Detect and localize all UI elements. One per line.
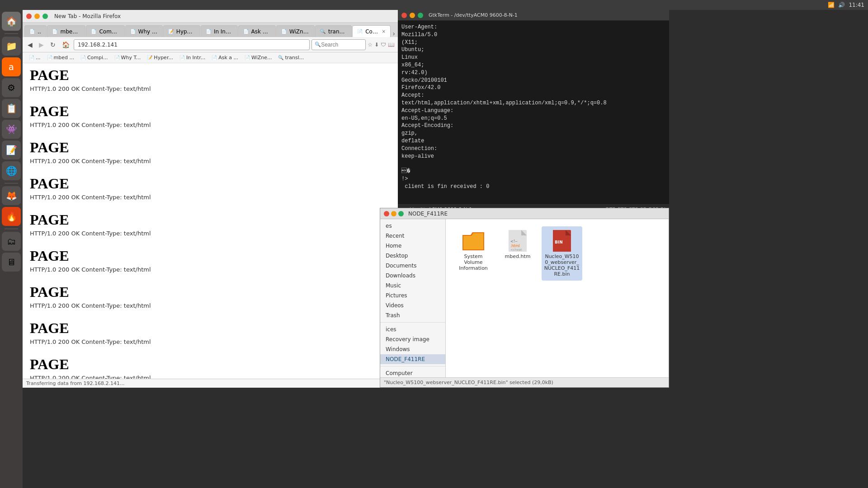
download-icon[interactable]: ⬇ bbox=[374, 42, 379, 48]
bookmark-hyper[interactable]: 📝Hyper... bbox=[144, 54, 176, 61]
fm-sidebar-windows[interactable]: Windows bbox=[380, 344, 445, 354]
sidebar-icon-terminal[interactable]: 🖥 bbox=[2, 253, 21, 272]
gtkterm-titlebar: GtkTerm - /dev/ttyACM0 9600-8-N-1 bbox=[398, 10, 669, 21]
bookmark-intr[interactable]: 📄In Intr... bbox=[177, 54, 208, 61]
fm-sidebar-downloads[interactable]: Downloads bbox=[380, 271, 445, 281]
fm-sidebar-music[interactable]: Music bbox=[380, 281, 445, 291]
page-heading-4: PAGE bbox=[30, 175, 402, 192]
page-heading-8: PAGE bbox=[30, 320, 402, 337]
shield-icon[interactable]: 🛡 bbox=[381, 42, 386, 48]
search-input[interactable] bbox=[321, 42, 357, 48]
tab-why-favicon: 📄 bbox=[130, 29, 136, 34]
page-entry-1: PAGE HTTP/1.0 200 OK Content-Type: text/… bbox=[30, 67, 402, 92]
search-bar[interactable]: 🔍 bbox=[311, 39, 366, 50]
tab-hyper[interactable]: 📝Hyper... bbox=[163, 25, 200, 37]
sidebar-icon-home[interactable]: 🏠 bbox=[2, 12, 21, 31]
fm-sidebar-videos[interactable]: Videos bbox=[380, 300, 445, 310]
firefox-navbar: ◀ ▶ ↻ 🏠 192.168.2.141 🔍 ☆ ⬇ 🛡 📖 ☰ bbox=[23, 37, 409, 52]
fm-sidebar-pictures[interactable]: Pictures bbox=[380, 291, 445, 300]
reader-view-icon[interactable]: 📖 bbox=[388, 42, 395, 48]
firefox-min-btn[interactable] bbox=[34, 14, 40, 19]
fm-sidebar-node[interactable]: NODE_F411RE bbox=[380, 354, 445, 364]
fm-file-sysvolinfo[interactable]: System Volume Information bbox=[453, 226, 494, 281]
firefox-bookmarks-bar: 📄... 📄mbed ... 📄Compi... 📄Why T... 📝Hype… bbox=[23, 52, 409, 63]
fm-min-btn[interactable] bbox=[391, 211, 396, 216]
tab-mbed[interactable]: 📄mbed ... bbox=[47, 25, 85, 37]
page-response-8: HTTP/1.0 200 OK Content-Type: text/html bbox=[30, 338, 402, 345]
back-button[interactable]: ◀ bbox=[25, 40, 35, 50]
page-entry-8: PAGE HTTP/1.0 200 OK Content-Type: text/… bbox=[30, 320, 402, 345]
bookmark-why-label: Why T... bbox=[121, 55, 141, 61]
bookmark-0[interactable]: 📄... bbox=[26, 54, 43, 61]
gtkterm-max-btn[interactable] bbox=[418, 13, 423, 18]
gtkterm-min-btn[interactable] bbox=[410, 13, 415, 18]
firefox-close-btn[interactable] bbox=[26, 14, 32, 19]
sidebar-icon-nautilus[interactable]: 🗂 bbox=[2, 232, 21, 251]
reload-button[interactable]: ↻ bbox=[48, 40, 58, 50]
tab-hyper-label: Hyper... bbox=[176, 28, 195, 35]
tab-intr[interactable]: 📄In Intr... bbox=[201, 25, 238, 37]
page-response-9: HTTP/1.0 200 OK Content-Type: text/html bbox=[30, 375, 402, 379]
sidebar-icon-firefox2[interactable]: 🔥 bbox=[2, 207, 21, 226]
fm-close-btn[interactable] bbox=[384, 211, 389, 216]
tab-compi[interactable]: 📄Compi... bbox=[86, 25, 124, 37]
sidebar-icon-game[interactable]: 👾 bbox=[2, 120, 21, 139]
fm-file-nucleo[interactable]: BIN Nucleo_W5100_webserver_NUCLEO_F411RE… bbox=[542, 226, 582, 281]
tab-why[interactable]: 📄Why T... bbox=[125, 25, 163, 37]
tab-transl[interactable]: 🔍transl... bbox=[315, 25, 352, 37]
tab-mbed-favicon: 📄 bbox=[52, 29, 57, 34]
sidebar-icon-notes[interactable]: 📋 bbox=[2, 99, 21, 118]
bookmark-compi-icon: 📄 bbox=[80, 55, 86, 60]
fm-sidebar-computer[interactable]: Computer bbox=[380, 368, 445, 377]
bookmark-wizne[interactable]: 📄WiZne... bbox=[242, 54, 274, 61]
bookmark-compi[interactable]: 📄Compi... bbox=[78, 54, 111, 61]
firefox-max-btn[interactable] bbox=[42, 14, 48, 19]
fm-sidebar-recovery[interactable]: Recovery image bbox=[380, 334, 445, 344]
bookmark-wizne-label: WiZne... bbox=[251, 55, 272, 61]
tab-ask[interactable]: 📄Ask a ... bbox=[238, 25, 276, 37]
bookmark-star-icon[interactable]: ☆ bbox=[368, 42, 373, 48]
firefox-title: New Tab - Mozilla Firefox bbox=[54, 13, 406, 19]
bookmark-ask[interactable]: 📄Ask a ... bbox=[209, 54, 241, 61]
forward-button[interactable]: ▶ bbox=[37, 40, 46, 50]
tabs-overflow-btn[interactable]: › bbox=[391, 30, 397, 37]
sidebar-icon-settings[interactable]: ⚙ bbox=[2, 78, 21, 97]
sidebar-icon-tasks[interactable]: 📝 bbox=[2, 141, 21, 160]
tab-intr-favicon: 📄 bbox=[206, 29, 211, 34]
fm-sidebar-home[interactable]: Home bbox=[380, 241, 445, 251]
system-tray: 📶 🔊 11:41 bbox=[828, 2, 864, 8]
url-bar[interactable]: 192.168.2.141 bbox=[74, 39, 310, 50]
home-button[interactable]: 🏠 bbox=[60, 40, 72, 50]
gtkterm-close-btn[interactable] bbox=[401, 13, 407, 18]
bookmark-transl[interactable]: 🔍transl... bbox=[275, 54, 307, 61]
tab-con[interactable]: 📄Con...× bbox=[352, 25, 391, 37]
fm-sidebar-desktop[interactable]: Desktop bbox=[380, 251, 445, 261]
tab-con-close[interactable]: × bbox=[382, 29, 385, 34]
tab-wizne-favicon: 📄 bbox=[281, 29, 287, 34]
bookmark-mbed[interactable]: 📄mbed ... bbox=[44, 54, 77, 61]
gtkterm-content[interactable]: User-Agent: Mozilla/5.0 (X11; Ubuntu; Li… bbox=[398, 21, 669, 203]
url-text: 192.168.2.141 bbox=[78, 42, 306, 48]
fm-max-btn[interactable] bbox=[398, 211, 404, 216]
bookmark-why[interactable]: 📄Why T... bbox=[112, 54, 144, 61]
tab-0[interactable]: 📄... bbox=[24, 25, 47, 37]
tab-0-favicon: 📄 bbox=[29, 29, 35, 34]
fm-sidebar-es[interactable]: es bbox=[380, 221, 445, 231]
firefox-titlebar: New Tab - Mozilla Firefox bbox=[23, 10, 409, 23]
fm-sidebar-recent[interactable]: Recent bbox=[380, 231, 445, 241]
fm-sidebar-ices[interactable]: ices bbox=[380, 324, 445, 334]
bookmark-wizne-icon: 📄 bbox=[245, 55, 250, 60]
fm-sidebar: es Recent Home Desktop Documents Downloa… bbox=[380, 219, 446, 377]
fm-sidebar-trash[interactable]: Trash bbox=[380, 310, 445, 320]
firefox-content[interactable]: PAGE HTTP/1.0 200 OK Content-Type: text/… bbox=[23, 63, 409, 379]
svg-text:BIN: BIN bbox=[555, 240, 563, 244]
fm-sidebar-documents[interactable]: Documents bbox=[380, 261, 445, 271]
tab-wizne[interactable]: 📄WiZne... bbox=[276, 25, 315, 37]
sidebar-icon-amazon[interactable]: a bbox=[2, 57, 21, 76]
fm-statusbar: "Nucleo_W5100_webserver_NUCLEO_F411RE.bi… bbox=[380, 377, 669, 387]
svg-text:<cheat: <cheat bbox=[510, 248, 522, 252]
sidebar-icon-network[interactable]: 🌐 bbox=[2, 161, 21, 180]
sidebar-icon-files[interactable]: 📁 bbox=[2, 37, 21, 56]
sidebar-icon-firefox[interactable]: 🦊 bbox=[2, 186, 21, 205]
fm-file-mbed[interactable]: <!-- .html <cheat mbed.htm bbox=[497, 226, 538, 281]
